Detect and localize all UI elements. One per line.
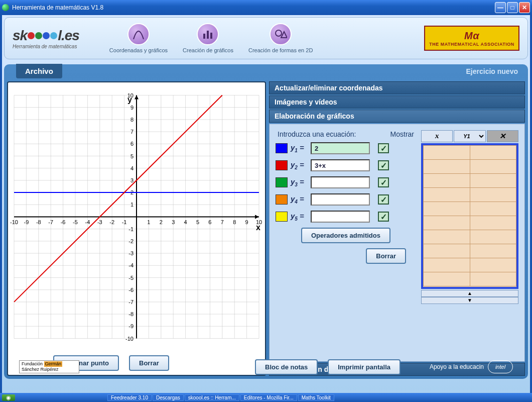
- logo-prefix: sk: [13, 28, 27, 44]
- svg-text:-7: -7: [48, 219, 53, 225]
- graph-canvas[interactable]: -10-9-8-7-6-5-4-3-2-112345678910-10-9-8-…: [10, 84, 263, 349]
- nav-tab-charts[interactable]: Creación de gráficos: [183, 23, 233, 53]
- show-checkbox-y4[interactable]: ✓: [378, 194, 389, 205]
- clear-equation-button[interactable]: Borrar: [366, 248, 406, 264]
- svg-text:-4: -4: [128, 262, 134, 268]
- data-table[interactable]: [421, 143, 518, 289]
- svg-rect-0: [203, 34, 205, 39]
- color-swatch-y4[interactable]: [276, 194, 288, 205]
- coordinate-grid: -10-9-8-7-6-5-4-3-2-112345678910-10-9-8-…: [10, 84, 263, 349]
- start-button[interactable]: ◉: [2, 394, 15, 401]
- app-icon: [2, 4, 9, 11]
- svg-text:9: 9: [130, 105, 134, 111]
- equation-panel-body: Introduzca una ecuación: Mostrar y1 = ✓ …: [269, 124, 525, 362]
- table-row[interactable]: [424, 146, 516, 160]
- show-checkbox-y3[interactable]: ✓: [378, 177, 389, 187]
- table-row[interactable]: [424, 188, 516, 202]
- equation-input-y3[interactable]: [311, 176, 370, 188]
- maximize-button[interactable]: □: [507, 2, 518, 13]
- svg-text:4: 4: [184, 219, 187, 225]
- color-swatch-y1[interactable]: [276, 143, 288, 153]
- logo-suffix: l.es: [58, 28, 79, 44]
- table-row[interactable]: [424, 272, 516, 286]
- close-button[interactable]: ✕: [519, 2, 530, 13]
- footer-band: Fundación Germán Sánchez Ruipérez Bloc d…: [4, 357, 528, 377]
- nav-tab-label: Coordenadas y gráficos: [109, 47, 168, 53]
- svg-text:-2: -2: [109, 219, 114, 225]
- taskbar-item[interactable]: Maths Toolkit: [298, 394, 334, 401]
- svg-marker-49: [135, 95, 139, 99]
- svg-text:-4: -4: [85, 219, 90, 225]
- equation-row-y4: y4 = ✓: [276, 193, 416, 206]
- show-checkbox-y5[interactable]: ✓: [378, 212, 389, 222]
- brand-logo: sk l.es Herramienta de matemáticas: [13, 28, 79, 49]
- equation-input-y5[interactable]: [311, 211, 370, 223]
- svg-text:1: 1: [147, 219, 150, 225]
- svg-point-3: [276, 30, 282, 36]
- svg-text:y: y: [127, 95, 132, 104]
- panel-graph-creation[interactable]: Elaboración de gráficos: [269, 110, 525, 123]
- equation-input-y2[interactable]: [311, 159, 370, 171]
- taskbar-item[interactable]: Descargas: [153, 394, 184, 401]
- allowed-operators-button[interactable]: Operadores admitidos: [301, 228, 390, 243]
- new-exercise-link[interactable]: Ejercicio nuevo: [466, 67, 518, 75]
- nav-tab-coordinates[interactable]: Coordenadas y gráficos: [109, 23, 168, 53]
- show-checkbox-y1[interactable]: ✓: [378, 143, 389, 153]
- window-titlebar: Herramienta de matemáticas V1.8 — □ ✕: [0, 0, 532, 15]
- window-title: Herramienta de matemáticas V1.8: [12, 4, 103, 11]
- table-row[interactable]: [424, 258, 516, 272]
- svg-text:-10: -10: [125, 336, 134, 342]
- windows-taskbar[interactable]: ◉ Feedreader 3.10Descargasskoool.es :: H…: [0, 393, 532, 402]
- logo-subtitle: Herramienta de matemáticas: [13, 44, 79, 49]
- graph-panel: -10-9-8-7-6-5-4-3-2-112345678910-10-9-8-…: [7, 81, 266, 376]
- table-scroll-down[interactable]: ▼: [421, 297, 518, 304]
- equation-row-y2: y2 = ✓: [276, 159, 416, 171]
- svg-rect-2: [210, 33, 212, 39]
- svg-text:-9: -9: [128, 323, 134, 329]
- equation-row-y3: y3 = ✓: [276, 176, 416, 188]
- table-row[interactable]: [424, 230, 516, 244]
- main-panel: Archivo Ejercicio nuevo -10-9-8-7-6-5-4-…: [4, 64, 528, 379]
- table-row[interactable]: [424, 174, 516, 188]
- svg-text:-7: -7: [128, 299, 134, 305]
- svg-rect-1: [207, 31, 209, 39]
- svg-text:-1: -1: [128, 226, 134, 232]
- svg-text:-8: -8: [128, 311, 134, 317]
- color-swatch-y2[interactable]: [276, 160, 288, 170]
- equation-input-y1[interactable]: [311, 142, 370, 154]
- show-checkbox-y2[interactable]: ✓: [378, 160, 389, 170]
- svg-text:7: 7: [221, 219, 224, 225]
- table-y-select[interactable]: Y1: [454, 130, 485, 142]
- color-swatch-y3[interactable]: [276, 177, 288, 187]
- print-screen-button[interactable]: Imprimir pantalla: [328, 359, 401, 375]
- notepad-button[interactable]: Bloc de notas: [255, 359, 318, 375]
- table-close-button[interactable]: ✕: [487, 130, 518, 142]
- svg-text:5: 5: [130, 153, 134, 159]
- table-row[interactable]: [424, 244, 516, 258]
- svg-text:8: 8: [233, 219, 236, 225]
- nav-tab-shapes[interactable]: Creación de formas en 2D: [248, 23, 313, 53]
- footer-support-text: Apoyo a la educacin: [430, 363, 484, 370]
- table-row[interactable]: [424, 216, 516, 230]
- minimize-button[interactable]: —: [495, 2, 506, 13]
- table-scroll-up[interactable]: ▲: [421, 290, 518, 297]
- taskbar-item[interactable]: skoool.es :: Herram...: [185, 394, 239, 401]
- svg-text:1: 1: [130, 202, 134, 208]
- panel-update-coordinates[interactable]: Actualizar/eliminar coordenadas: [269, 81, 525, 94]
- taskbar-item[interactable]: Editores - Mozilla Fir...: [240, 394, 297, 401]
- panel-images-videos[interactable]: Imágenes y vídeos: [269, 95, 525, 109]
- svg-text:7: 7: [130, 129, 134, 135]
- color-swatch-y5[interactable]: [276, 212, 288, 222]
- equation-input-y4[interactable]: [311, 193, 370, 206]
- svg-text:-5: -5: [128, 275, 134, 281]
- archivo-menu[interactable]: Archivo: [16, 64, 62, 78]
- table-row[interactable]: [424, 202, 516, 216]
- bars-icon: [197, 23, 219, 45]
- svg-text:8: 8: [130, 117, 134, 123]
- taskbar-item[interactable]: Feedreader 3.10: [107, 394, 152, 401]
- table-row[interactable]: [424, 160, 516, 174]
- svg-marker-48: [255, 215, 259, 219]
- fundacion-badge: Fundación Germán Sánchez Ruipérez: [19, 360, 79, 373]
- svg-text:-8: -8: [36, 219, 41, 225]
- equation-intro-label: Introduzca una ecuación:: [278, 130, 356, 138]
